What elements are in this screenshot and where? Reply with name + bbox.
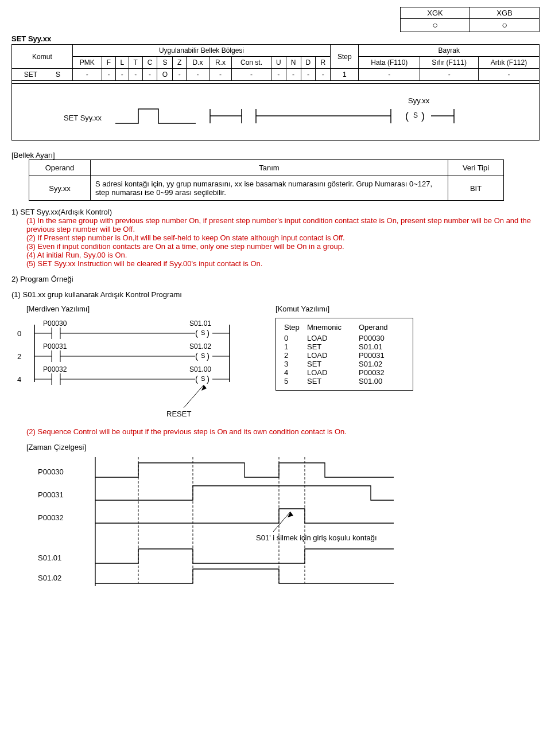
- mn-h-op: Operand: [359, 323, 405, 332]
- svg-text:P00030: P00030: [43, 319, 67, 328]
- mnemonic-row: 0LOADP00030: [284, 334, 405, 342]
- th-u: U: [271, 57, 286, 69]
- svg-line-45: [184, 385, 204, 408]
- diag-left-label: SET Syy.xx: [64, 114, 102, 122]
- th-rx: R.x: [209, 57, 231, 69]
- timing-diagram: P00030 P00031 P00032 S01' i silmek için …: [26, 451, 451, 589]
- mn-h-mn: Mnemonic: [307, 323, 359, 332]
- svg-text:P00031: P00031: [43, 342, 67, 350]
- svg-text:P00031: P00031: [38, 490, 64, 499]
- svg-text:S01.02: S01.02: [189, 342, 211, 350]
- memset-title: [Bellek Ayarı]: [11, 151, 540, 159]
- th-komut: Komut: [12, 45, 73, 69]
- diag-right-sym: S: [413, 111, 418, 119]
- c12: -: [301, 69, 316, 81]
- ladder-block: [Merdiven Yazılımı] 0 P00030 ( S ) S01.0…: [11, 305, 253, 424]
- svg-text:S01.00: S01.00: [189, 365, 211, 373]
- th-s: S: [157, 57, 173, 69]
- svg-text:S01.02: S01.02: [38, 574, 61, 582]
- c1: -: [102, 69, 115, 81]
- box-xgb: XGB ○: [469, 7, 540, 32]
- svg-text:): ): [421, 110, 425, 122]
- timing-section: [Zaman Çizelgesi] P00030 P00031 P00032 S…: [26, 443, 540, 591]
- th-d: D: [301, 57, 316, 69]
- section-2: 2) Program Örneği: [11, 275, 540, 283]
- mnemonic-row: 1SETS01.01: [284, 342, 405, 351]
- svg-text:P00032: P00032: [38, 513, 64, 522]
- c2: -: [115, 69, 129, 81]
- svg-text:): ): [207, 351, 209, 361]
- sec1-p2: (2) If Present step number is On,it will…: [26, 233, 540, 242]
- c8: -: [209, 69, 231, 81]
- applicability-table: Komut Uygulanabilir Bellek Bölgesi Step …: [11, 44, 540, 84]
- c13: -: [316, 69, 331, 81]
- th-n: N: [286, 57, 301, 69]
- ladder-diagram: 0 P00030 ( S ) S01.01 2 P00031 ( S: [11, 313, 253, 422]
- th-bayrak: Bayrak: [359, 45, 540, 57]
- memset-operand: Syy.xx: [29, 176, 91, 201]
- c3: -: [129, 69, 142, 81]
- th-t: T: [129, 57, 142, 69]
- svg-text:P00032: P00032: [43, 365, 67, 373]
- c6: -: [173, 69, 187, 81]
- mnemonic-row: 2LOADP00031: [284, 351, 405, 360]
- box-xgk: XGK ○: [400, 7, 470, 32]
- c16: -: [420, 69, 479, 81]
- c7: -: [187, 69, 209, 81]
- memset-h-tanim: Tanım: [91, 160, 448, 176]
- section-1: 1) SET Syy.xx(Ardışık Kontrol) (1) In th…: [11, 208, 540, 268]
- svg-text:S01.01: S01.01: [38, 554, 61, 562]
- svg-text:S01.01: S01.01: [189, 319, 211, 328]
- c10: -: [271, 69, 286, 81]
- th-step: Step: [331, 45, 359, 69]
- ladder-title: [Merdiven Yazılımı]: [26, 305, 253, 313]
- prog-note2: (2) Sequence Control will be output if t…: [26, 427, 540, 436]
- sec1-p1: (1) In the same group with previous step…: [26, 216, 540, 233]
- mnemonic-row: 5SETS01.00: [284, 377, 405, 385]
- svg-text:S: S: [201, 329, 205, 336]
- c15: -: [359, 69, 420, 81]
- th-c: C: [142, 57, 157, 69]
- svg-text:(: (: [195, 328, 198, 338]
- svg-text:(: (: [195, 374, 198, 384]
- memset-h-op: Operand: [29, 160, 91, 176]
- memset-tipi: BIT: [448, 176, 504, 201]
- box-xgk-label: XGK: [401, 7, 469, 19]
- th-region: Uygulanabilir Bellek Bölgesi: [72, 45, 330, 57]
- product-boxes: XGK ○ XGB ○: [11, 7, 540, 32]
- symbol-diagram: SET Syy.xx Syy.xx ( S ): [29, 92, 511, 132]
- row-set: SET S: [12, 69, 73, 81]
- th-const: Con st.: [232, 57, 271, 69]
- svg-text:2: 2: [17, 352, 21, 361]
- th-hata: Hata (F110): [359, 57, 420, 69]
- memset-h-tipi: Veri Tipi: [448, 160, 504, 176]
- c11: -: [286, 69, 301, 81]
- mnemonic-title: [Komut Yazılımı]: [276, 305, 413, 313]
- memset-desc: S adresi kontağı için, yy grup numarasın…: [91, 176, 448, 201]
- svg-text:(: (: [195, 351, 198, 361]
- th-pmk: PMK: [72, 57, 102, 69]
- svg-line-55: [273, 512, 290, 532]
- th-artik: Artık (F112): [479, 57, 540, 69]
- mn-h-step: Step: [284, 323, 307, 332]
- svg-text:S: S: [201, 375, 205, 382]
- svg-text:S01' i silmek için giriş koşul: S01' i silmek için giriş koşulu kontağı: [256, 533, 377, 542]
- mnemonic-block: [Komut Yazılımı] Step Mnemonic Operand 0…: [276, 305, 413, 391]
- box-xgb-mark: ○: [470, 19, 539, 32]
- svg-text:(: (: [405, 110, 409, 122]
- svg-marker-56: [288, 512, 293, 517]
- svg-text:): ): [207, 328, 209, 338]
- svg-marker-46: [201, 385, 207, 391]
- c0: -: [72, 69, 102, 81]
- sec1-title: 1) SET Syy.xx(Ardışık Kontrol): [11, 208, 540, 216]
- timing-title: [Zaman Çizelgesi]: [26, 443, 540, 451]
- mnemonic-row: 3SETS01.02: [284, 360, 405, 368]
- box-xgk-mark: ○: [401, 19, 469, 32]
- page-title: SET Syy.xx: [11, 34, 540, 43]
- program-example: (1) S01.xx grup kullanarak Ardışık Kontr…: [11, 290, 540, 436]
- memory-setting: [Bellek Ayarı] Operand Tanım Veri Tipi S…: [11, 151, 540, 201]
- svg-text:S: S: [201, 352, 205, 359]
- th-l: L: [115, 57, 129, 69]
- c9: -: [232, 69, 271, 81]
- svg-text:P00030: P00030: [38, 467, 64, 476]
